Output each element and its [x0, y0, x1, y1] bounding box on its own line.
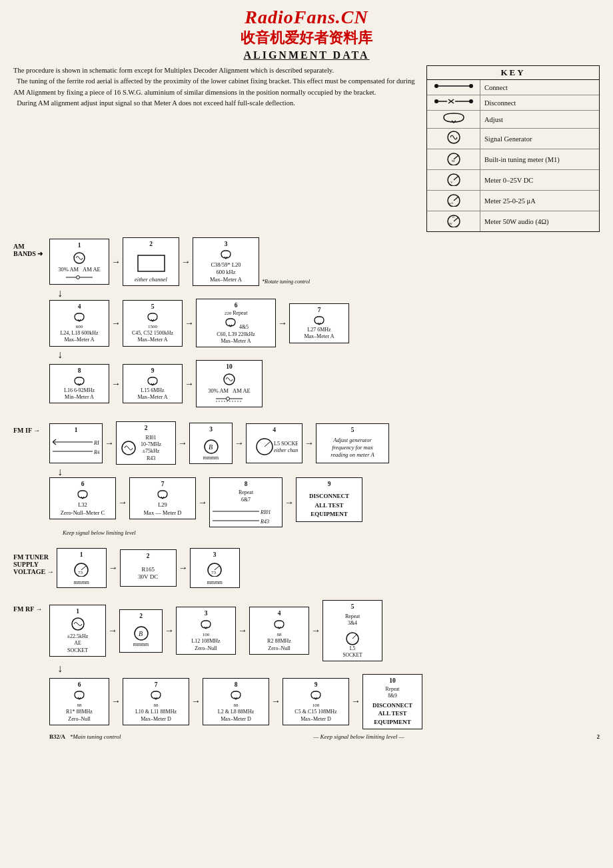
fm-rf-box8-text: 88L2 & L8 88MHzMax–Meter D	[207, 702, 265, 723]
fm-rf-arrow-down: ↓	[57, 663, 600, 674]
chinese-title: 收音机爱好者资料库	[13, 28, 600, 48]
alignment-title: ALIGNMENT DATA	[13, 49, 600, 61]
svg-text:either channel: either channel	[274, 447, 298, 453]
fm-rf-box5-text: Repeat3&4	[326, 613, 379, 627]
fm-if-label: FM IF →	[13, 427, 47, 434]
fm-if-box7-adj	[133, 489, 192, 500]
meter-tuning-label: Built-in tuning meter (M1)	[480, 155, 599, 165]
svg-text:B: B	[139, 630, 143, 637]
am-box6-adj-icon	[223, 317, 238, 328]
fm-rf-box5-meter-icon	[343, 631, 362, 645]
am-arrow-down-1: ↓	[57, 288, 600, 299]
fm-if-box1-svg: RI01 R43	[53, 437, 99, 457]
svg-text:W: W	[449, 222, 452, 225]
am-box5-adj-icon	[145, 312, 160, 323]
fm-if-box7-num: 7	[133, 480, 192, 488]
fm-if-arr7: →	[198, 497, 207, 508]
svg-point-0	[434, 84, 438, 88]
fm-if-box6-adj-icon	[75, 489, 90, 500]
am-siggen-icon	[70, 251, 89, 265]
am-box9-num: 9	[127, 367, 179, 375]
svg-text:R43: R43	[260, 519, 269, 525]
am-box-10: 10 30% AM AM AE	[196, 360, 263, 407]
am-box4-adj-icon	[72, 312, 87, 323]
fm-rf-arr1: →	[108, 625, 117, 636]
am-box5-num: 5	[127, 303, 179, 311]
am-box-3: 3 C38/59* L20600 kHzMax–Meter A	[193, 237, 259, 286]
am-row2: 4 600L24, L18 600kHzMax–Meter A → 5	[49, 299, 600, 347]
fm-rf-main-tuning: *Main tuning control	[70, 733, 121, 740]
am-bands-section: AM BANDS ➜ 1 30% AM AM AE	[13, 237, 600, 409]
am-arr1: →	[111, 257, 121, 267]
svg-line-14	[454, 176, 458, 180]
key-row-adjust: Adjust	[427, 111, 599, 129]
connect-label: Connect	[480, 83, 599, 93]
fm-if-box3-b-icon: B	[203, 439, 219, 455]
meter-25v-symbol: V	[427, 170, 480, 190]
fm-if-box7-adj-icon	[155, 489, 170, 500]
am-box8-num: 8	[53, 367, 105, 375]
svg-point-8	[469, 99, 473, 103]
fm-if-box6-num: 6	[53, 480, 112, 488]
am-arr8: →	[111, 379, 121, 389]
fm-rf-box7-text: 88L10 & L11 88MHzMax–Meter D	[127, 702, 185, 723]
fm-if-arr6: →	[118, 497, 127, 508]
disconnect-icon	[434, 97, 474, 106]
fm-tuner-box3-mmm: mmmm	[193, 579, 237, 586]
fm-if-box5-num: 5	[319, 426, 386, 434]
am-box10-siggen	[200, 373, 259, 386]
fm-if-box3-num: 3	[193, 425, 229, 433]
fm-rf-box1-siggen-icon	[69, 617, 87, 632]
fm-rf-box10-text: DISCONNECTALL TESTEQUIPMENT	[366, 701, 418, 727]
fm-tuner-box-3: 3 73 mmmm	[190, 548, 240, 588]
fm-if-arr3: →	[235, 438, 244, 449]
fm-rf-box2-mmm: mmmm	[123, 641, 159, 648]
fm-rf-box10-num: 10	[366, 677, 418, 685]
meter-tuning-icon: M	[434, 151, 474, 165]
meter-tuning-symbol: M	[427, 149, 480, 169]
am-box4-adj	[53, 312, 105, 323]
fm-rf-footer: B32/A *Main tuning control — Keep signal…	[49, 733, 600, 740]
key-row-siggen: Signal Generator	[427, 129, 599, 149]
fm-if-box3-mmm: mmmm	[193, 455, 229, 461]
adjust-icon	[434, 112, 474, 124]
fm-if-box-9: 9 DISCONNECTALL TESTEQUIPMENT	[296, 477, 362, 522]
fm-rf-box-7: 7 88L10 & L11 88MHzMax–Meter D	[123, 678, 189, 726]
fm-tuner-box-2: 2 R16530V DC	[120, 549, 177, 587]
adjust-label: Adjust	[480, 115, 599, 125]
fm-if-note: Keep signal below limiting level	[63, 529, 600, 536]
am-arr2: →	[181, 257, 191, 267]
svg-line-41	[265, 442, 270, 447]
fm-if-section: FM IF → 1 RI01 R43	[13, 421, 600, 536]
fm-tuner-label: FM TUNER SUPPLY VOLTAGE →	[13, 553, 54, 575]
fm-rf-box5-socket: L5SOCKET	[326, 645, 379, 659]
svg-text:RI01: RI01	[260, 509, 271, 515]
fm-rf-box7-adj	[127, 690, 185, 701]
fm-rf-box3-adj	[180, 619, 232, 630]
fm-if-box4-meter: L5 SOCKET either channel	[251, 437, 298, 457]
am-box-7: 7 L27 6MHzMax–Meter A	[289, 303, 349, 343]
fm-if-box7-text: L29Max — Meter D	[133, 501, 192, 516]
fm-rf-box9-adj-icon	[308, 690, 323, 701]
fm-rf-box2-b-icon: B	[133, 625, 149, 641]
fm-if-box8-text: Repeat6&7	[213, 489, 279, 503]
svg-text:L5 SOCKET: L5 SOCKET	[274, 441, 298, 447]
am-box1-detail	[53, 275, 105, 282]
fm-if-arrow-down: ↓	[57, 467, 600, 477]
am-box3-text: C38/59* L20600 kHzMax–Meter A	[197, 261, 255, 283]
fm-tuner-box1-mmm: mmmm	[60, 579, 103, 586]
fm-rf-box2-b: B	[123, 625, 159, 641]
am-rotate-note: *Rotate tuning control	[262, 279, 310, 286]
am-box10-num: 10	[200, 363, 259, 371]
fm-rf-box10-repeat: Repeat8&9	[366, 686, 418, 699]
fm-tuner-box3-num: 3	[193, 551, 237, 559]
fm-tuner-box-1: 1 73 mmmm	[57, 548, 107, 588]
svg-text:V: V	[450, 181, 453, 184]
key-row-connect: Connect	[427, 80, 599, 95]
fm-rf-arr8: →	[271, 696, 281, 707]
fm-rf-arr3: →	[238, 625, 247, 636]
fm-tuner-box1-num: 1	[60, 551, 103, 559]
am-bands-label: AM BANDS ➜	[13, 243, 47, 257]
fm-rf-box7-num: 7	[127, 681, 185, 689]
fm-rf-row2: 6 88R1* 88MHzZero–Null → 7	[49, 674, 600, 729]
